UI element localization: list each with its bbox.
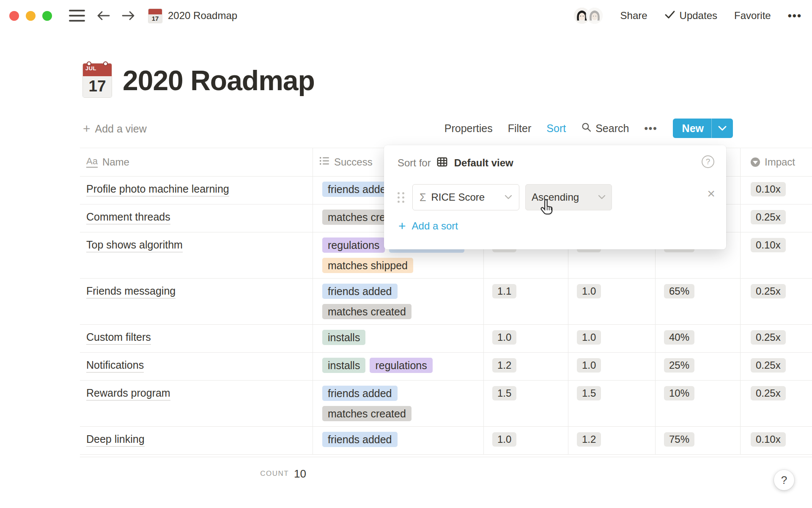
row-value-cell[interactable]: 1.2	[484, 353, 568, 380]
impact-chip: 0.25x	[751, 358, 786, 373]
row-value-cell[interactable]: 1.0	[484, 325, 568, 352]
help-icon[interactable]: ?	[702, 155, 714, 168]
row-value-cell[interactable]: 1.1	[484, 279, 568, 324]
updates-button[interactable]: Updates	[664, 10, 717, 22]
select-property-icon	[751, 157, 760, 167]
new-button[interactable]: New	[673, 119, 733, 138]
row-success-tags-cell[interactable]: friends addedmatches created	[313, 279, 484, 324]
new-button-label: New	[673, 122, 711, 135]
sort-button[interactable]: Sort	[546, 122, 566, 135]
remove-sort-icon[interactable]: ×	[707, 187, 715, 200]
row-impact-cell[interactable]: 0.10x	[741, 177, 812, 204]
view-toolbar: Properties Filter Sort Search ••• New	[444, 119, 733, 138]
row-value-cell[interactable]: 65%	[656, 279, 741, 324]
row-impact-cell[interactable]: 0.25x	[741, 204, 812, 232]
traffic-light-zoom[interactable]	[42, 11, 52, 21]
back-arrow-icon[interactable]	[96, 9, 110, 22]
row-name-cell[interactable]: Comment threads	[80, 204, 313, 232]
row-name-cell[interactable]: Rewards program	[80, 381, 313, 426]
chevron-down-icon[interactable]	[712, 125, 733, 131]
collaborator-avatars[interactable]	[573, 7, 604, 25]
column-header-impact[interactable]: Impact	[741, 148, 812, 176]
row-value-cell[interactable]: 75%	[656, 427, 741, 454]
add-view-button[interactable]: + Add a view	[83, 119, 147, 138]
row-name-cell[interactable]: Custom filters	[80, 325, 313, 352]
sort-for-label: Sort for	[398, 157, 431, 169]
row-impact-cell[interactable]: 0.10x	[741, 232, 812, 278]
tag-blue: friends added	[322, 386, 398, 401]
plus-icon: +	[398, 220, 406, 232]
row-impact-cell[interactable]: 0.25x	[741, 353, 812, 380]
value-chip: 10%	[664, 386, 694, 400]
impact-chip: 0.25x	[751, 210, 786, 224]
row-name-cell[interactable]: Notifications	[80, 353, 313, 380]
impact-chip: 0.10x	[751, 238, 786, 252]
properties-button[interactable]: Properties	[444, 122, 493, 135]
row-impact-cell[interactable]: 0.10x	[741, 427, 812, 454]
sort-direction-dropdown[interactable]: Ascending	[525, 184, 612, 210]
row-impact-cell[interactable]: 0.25x	[741, 381, 812, 426]
count-value: 10	[294, 467, 306, 480]
sidebar-menu-icon[interactable]	[69, 10, 85, 22]
value-chip: 75%	[664, 432, 694, 447]
column-header-name[interactable]: Aa Name	[80, 148, 313, 176]
help-button[interactable]: ?	[774, 470, 794, 490]
row-success-tags-cell[interactable]: installs	[313, 325, 484, 352]
search-button[interactable]: Search	[581, 122, 629, 135]
impact-chip: 0.25x	[751, 386, 786, 400]
drag-handle-icon[interactable]	[398, 192, 405, 203]
row-value-cell[interactable]: 10%	[656, 381, 741, 426]
impact-chip: 0.25x	[751, 284, 786, 298]
row-name-cell[interactable]: Deep linking	[80, 427, 313, 454]
favorite-button[interactable]: Favorite	[734, 10, 771, 22]
share-button[interactable]: Share	[620, 10, 647, 22]
value-chip: 1.2	[492, 358, 516, 373]
tag-purple: regulations	[370, 358, 432, 373]
row-value-cell[interactable]: 40%	[656, 325, 741, 352]
sort-direction-value: Ascending	[532, 191, 594, 203]
row-value-cell[interactable]: 1.5	[484, 381, 568, 426]
row-value-cell[interactable]: 1.2	[568, 427, 656, 454]
row-success-tags-cell[interactable]: installsregulations	[313, 353, 484, 380]
breadcrumb-page-title[interactable]: 2020 Roadmap	[168, 10, 237, 22]
value-chip: 1.0	[577, 330, 601, 345]
forward-arrow-icon[interactable]	[121, 9, 136, 22]
page-calendar-icon[interactable]: JUL 17	[83, 64, 112, 97]
value-chip: 1.0	[577, 358, 601, 373]
add-sort-button[interactable]: + Add a sort	[398, 220, 458, 232]
table-row: Notificationsinstallsregulations1.21.025…	[80, 353, 812, 381]
traffic-light-minimize[interactable]	[26, 11, 36, 21]
row-name-cell[interactable]: Top shows algorithm	[80, 232, 313, 278]
row-success-tags-cell[interactable]: friends addedmatches created	[313, 381, 484, 426]
row-impact-cell[interactable]: 0.25x	[741, 279, 812, 324]
row-name-cell[interactable]: Profile photo machine learning	[80, 177, 313, 204]
table-footer[interactable]: COUNT 10	[80, 462, 313, 485]
check-icon	[664, 10, 675, 22]
sort-field-dropdown[interactable]: Σ RICE Score	[412, 184, 519, 210]
row-success-tags-cell[interactable]: friends added	[313, 427, 484, 454]
table-row: Custom filtersinstalls1.01.040%0.25x	[80, 325, 812, 353]
traffic-light-close[interactable]	[9, 11, 19, 21]
value-chip: 65%	[664, 284, 694, 298]
view-name: Default view	[454, 157, 513, 169]
row-impact-cell[interactable]: 0.25x	[741, 325, 812, 352]
impact-chip: 0.25x	[751, 330, 786, 345]
row-value-cell[interactable]: 1.5	[568, 381, 656, 426]
tag-gray: matches created	[322, 304, 411, 319]
add-view-label: Add a view	[95, 123, 147, 135]
tag-peach: matches shipped	[322, 258, 413, 273]
row-value-cell[interactable]: 1.0	[484, 427, 568, 454]
impact-chip: 0.10x	[751, 182, 786, 196]
row-value-cell[interactable]: 1.0	[568, 325, 656, 352]
view-more-icon[interactable]: •••	[644, 122, 657, 134]
row-value-cell[interactable]: 1.0	[568, 279, 656, 324]
tag-blue: friends added	[322, 284, 398, 299]
row-name-cell[interactable]: Friends messaging	[80, 279, 313, 324]
filter-button[interactable]: Filter	[508, 122, 532, 135]
more-options-icon[interactable]: •••	[788, 9, 802, 22]
row-value-cell[interactable]: 1.0	[568, 353, 656, 380]
tag-blue: friends added	[322, 432, 398, 447]
calendar-pin-icon	[103, 61, 108, 66]
tag-green: installs	[322, 358, 365, 373]
row-value-cell[interactable]: 25%	[656, 353, 741, 380]
